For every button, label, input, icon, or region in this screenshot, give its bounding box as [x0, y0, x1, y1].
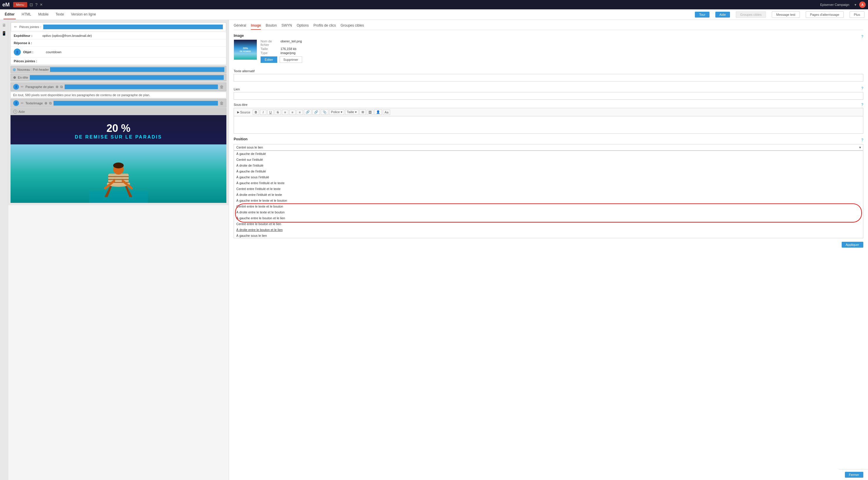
tab-profils[interactable]: Profils de clics — [313, 23, 336, 30]
position-option-13[interactable]: À droite entre le bouton et le lien — [234, 227, 863, 233]
pages-atterrissage-button[interactable]: Pages d'atterrissage — [806, 11, 844, 18]
taille-dropdown[interactable]: Taille ▾ — [345, 109, 359, 115]
paragraphe-edit-icon: ✏ — [21, 85, 24, 89]
position-option-2[interactable]: À droite de l'intitulé — [234, 163, 863, 168]
right-tabs: Général Image Bouton SWYN Options Profil… — [234, 23, 863, 30]
italic-button[interactable]: I — [260, 109, 267, 115]
image-actions: Éditer Supprimer — [260, 56, 302, 63]
menu-button[interactable]: Menu — [13, 2, 27, 7]
underline-button[interactable]: U — [267, 109, 274, 115]
position-option-9[interactable]: Centré entre le texte et le bouton — [234, 203, 863, 209]
copy-icon[interactable]: ⧉ — [60, 85, 63, 89]
tour-button[interactable]: Tour — [695, 12, 709, 18]
paragraphe-fill — [65, 85, 218, 89]
right-panel-footer: Appliquer — [234, 238, 863, 249]
user-icon-btn[interactable]: 👤 — [374, 109, 382, 115]
bold-button[interactable]: B — [253, 109, 259, 115]
monitor-icon[interactable]: 🖥 — [2, 23, 6, 28]
groupes-cibles-button[interactable]: Groupes cibles — [736, 11, 766, 18]
app-name-label: Episerver Campaign — [820, 3, 849, 6]
move-icon2[interactable]: ⊕ — [44, 101, 48, 105]
tab-options[interactable]: Options — [297, 23, 309, 30]
app-dropdown[interactable]: ▼ — [854, 3, 857, 6]
insert-button[interactable]: 📎 — [321, 109, 329, 115]
police-dropdown[interactable]: Police ▾ — [329, 109, 344, 115]
tab-texte[interactable]: Texte — [54, 10, 65, 19]
expediteur-label: Expéditeur : — [14, 34, 40, 37]
tab-bouton[interactable]: Bouton — [266, 23, 277, 30]
mobile-icon[interactable]: 📱 — [1, 31, 6, 36]
source-button[interactable]: ▶ Source — [236, 110, 252, 115]
tab-general[interactable]: Général — [234, 23, 246, 30]
position-option-0[interactable]: À gauche de l'intitulé — [234, 151, 863, 157]
tab-html[interactable]: HTML — [21, 10, 32, 19]
tab-editer[interactable]: Éditer — [3, 10, 16, 19]
tab-mobile[interactable]: Mobile — [37, 10, 50, 19]
position-selected[interactable]: Centré sous le lien — [234, 144, 863, 151]
objet-value: countdown — [46, 50, 61, 54]
align-right-button[interactable]: ≡ — [297, 109, 303, 115]
preheader-row: ⊕ Nouveau : Pré-header — [10, 66, 226, 73]
tab-swyn[interactable]: SWYN — [281, 23, 292, 30]
appliquer-button[interactable]: Appliquer — [842, 242, 863, 248]
position-dropdown-list[interactable]: À gauche de l'intitulé Centré sur l'inti… — [234, 151, 863, 238]
tab-image[interactable]: Image — [251, 23, 261, 30]
position-option-4[interactable]: À gauche sous l'intitulé — [234, 174, 863, 180]
question-icon[interactable]: ? — [35, 2, 38, 7]
font-aa-btn[interactable]: Aa — [383, 109, 390, 115]
plus-button[interactable]: Plus — [849, 11, 865, 18]
edit-image-button[interactable]: Éditer — [260, 56, 277, 63]
link-button[interactable]: 🔗 — [304, 109, 311, 115]
pieces-jointes-label: Pièces jointes : — [14, 59, 40, 63]
move-icon[interactable]: ⊕ — [56, 85, 59, 89]
position-option-14[interactable]: À gauche sous le lien — [234, 233, 863, 238]
filename-label: Nom de fichier — [260, 39, 278, 46]
right-panel: Général Image Bouton SWYN Options Profil… — [229, 20, 868, 480]
position-option-7[interactable]: À droite entre l'intitulé et le texte — [234, 192, 863, 198]
subtitle-toolbar: ▶ Source B I U S ≡ ≡ ≡ 🔗 🔗 📎 Police ▾ Ta… — [234, 108, 863, 116]
tab-version-en-ligne[interactable]: Version en ligne — [70, 10, 97, 19]
texte-image-row: 👤 ✏ Texte/image ⊕ ⧉ 🗑 — [10, 99, 226, 107]
image-help-icon[interactable]: ? — [861, 34, 863, 39]
align-left-button[interactable]: ≡ — [282, 109, 288, 115]
grid-icon-btn[interactable]: ⊞ — [360, 109, 366, 115]
position-option-5[interactable]: À gauche entre l'intitulé et le texte — [234, 180, 863, 186]
texte-alt-input[interactable] — [234, 74, 863, 82]
subtitle-textarea[interactable] — [234, 116, 863, 134]
strikethrough-button[interactable]: S — [275, 109, 281, 115]
position-option-11[interactable]: À gauche entre le bouton et le lien — [234, 215, 863, 221]
close-icon[interactable]: ✕ — [40, 3, 43, 7]
sous-titre-label: Sous-titre — [234, 103, 247, 106]
help-icon[interactable]: ? — [13, 109, 17, 114]
tab-groupes[interactable]: Groupes cibles — [340, 23, 364, 30]
type-value: image/png — [280, 51, 296, 55]
position-option-1[interactable]: Centré sur l'intitulé — [234, 157, 863, 163]
user-avatar[interactable]: A — [859, 1, 866, 8]
lien-input[interactable] — [234, 92, 863, 100]
texte-alt-label: Texte alternatif — [234, 69, 255, 73]
copy-icon2[interactable]: ⧉ — [49, 101, 52, 105]
message-test-button[interactable]: Message test — [772, 11, 800, 18]
position-option-10[interactable]: À droite entre le texte et le bouton — [234, 209, 863, 215]
aide-label: Aide — [19, 110, 25, 114]
texte-image-avatar: 👤 — [13, 100, 19, 106]
position-option-8[interactable]: À gauche entre le texte et le bouton — [234, 198, 863, 203]
unlink-button[interactable]: 🔗 — [312, 109, 320, 115]
expediteur-row: ✏ Pièces jointes : — [11, 23, 226, 31]
aide-button[interactable]: Aide — [715, 12, 730, 18]
position-option-6[interactable]: Centré entre l'intitulé et le texte — [234, 186, 863, 192]
lien-help-icon[interactable]: ? — [861, 86, 863, 90]
position-help-icon[interactable]: ? — [861, 138, 863, 142]
position-option-12[interactable]: Centré entre le bouton et le lien — [234, 221, 863, 227]
delete-icon2[interactable]: 🗑 — [220, 101, 224, 105]
add-preheader-btn[interactable]: ⊕ — [12, 67, 16, 72]
sous-titre-help-icon[interactable]: ? — [861, 103, 863, 107]
delete-icon[interactable]: 🗑 — [220, 85, 224, 89]
delete-image-button[interactable]: Supprimer — [280, 56, 302, 63]
image-icon-btn[interactable]: 🖼 — [367, 109, 373, 115]
add-en-tete-btn[interactable]: ⊕ — [13, 75, 16, 79]
position-option-3[interactable]: À gauche de l'intitulé — [234, 168, 863, 174]
fermer-button[interactable]: Fermer — [845, 472, 863, 478]
tab-icon[interactable]: ⊡ — [30, 2, 33, 7]
align-center-button[interactable]: ≡ — [289, 109, 296, 115]
